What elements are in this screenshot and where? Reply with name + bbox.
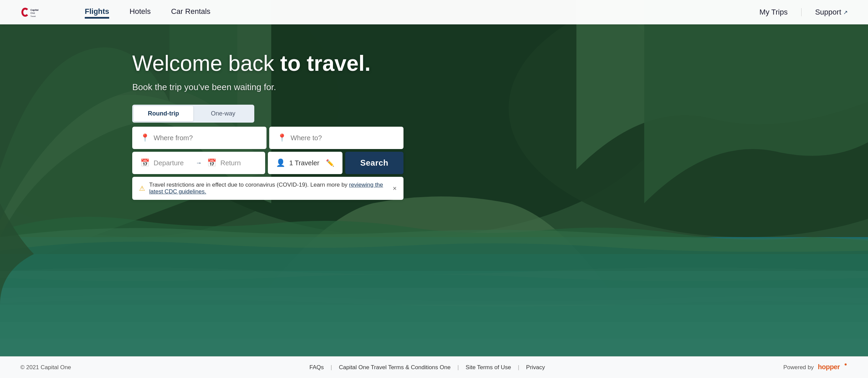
warning-icon: ⚠: [139, 184, 145, 192]
terms-conditions-link[interactable]: Capital One Travel Terms & Conditions On…: [339, 364, 450, 371]
alert-text: Travel restrictions are in effect due to…: [149, 182, 389, 195]
footer: © 2021 Capital One FAQs | Capital One Tr…: [0, 356, 868, 378]
traveler-count: 1 Traveler: [289, 159, 322, 167]
footer-divider-1: |: [331, 364, 332, 371]
where-to-input[interactable]: [291, 134, 395, 142]
main-content: Welcome back to travel. Book the trip yo…: [0, 24, 868, 200]
site-terms-link[interactable]: Site Terms of Use: [466, 364, 511, 371]
alert-banner: ⚠ Travel restrictions are in effect due …: [132, 177, 403, 200]
departure-placeholder: Departure: [154, 159, 190, 167]
logo[interactable]: Capital One Travel: [20, 5, 58, 19]
svg-text:One: One: [31, 12, 35, 15]
hopper-logo: hopper: [817, 362, 848, 373]
nav-item-car-rentals[interactable]: Car Rentals: [171, 7, 210, 17]
svg-text:hopper: hopper: [818, 363, 840, 371]
hero-title: Welcome back to travel.: [132, 51, 868, 75]
svg-point-16: [845, 363, 847, 365]
footer-copyright: © 2021 Capital One: [20, 364, 71, 371]
location-to-icon: 📍: [277, 133, 287, 142]
departure-field[interactable]: 📅 Departure: [140, 159, 190, 167]
one-way-tab[interactable]: One-way: [193, 106, 253, 121]
trip-tabs: Round-trip One-way: [132, 105, 254, 123]
traveler-group[interactable]: 👤 1 Traveler ✏️: [268, 152, 342, 174]
date-traveler-row: 📅 Departure → 📅 Return 👤 1 Traveler ✏️ S…: [132, 152, 403, 174]
footer-divider-2: |: [457, 364, 459, 371]
footer-divider-3: |: [518, 364, 519, 371]
edit-icon[interactable]: ✏️: [326, 159, 334, 167]
support-link[interactable]: Support ↗: [815, 8, 848, 17]
hero-subtitle: Book the trip you've been waiting for.: [132, 82, 868, 92]
nav-links: Flights Hotels Car Rentals: [85, 7, 211, 17]
external-link-icon: ↗: [843, 9, 848, 16]
search-button[interactable]: Search: [345, 152, 403, 174]
where-from-input[interactable]: [154, 134, 258, 142]
close-alert-button[interactable]: ×: [393, 185, 397, 192]
privacy-link[interactable]: Privacy: [526, 364, 545, 371]
svg-text:Travel: Travel: [31, 15, 36, 17]
faqs-link[interactable]: FAQs: [309, 364, 324, 371]
navbar: Capital One Travel Flights Hotels Car Re…: [0, 0, 868, 24]
search-card: Round-trip One-way 📍 📍 📅 Departure →: [132, 105, 403, 200]
footer-powered-by: Powered by hopper: [783, 362, 848, 373]
return-field[interactable]: 📅 Return: [207, 159, 257, 167]
date-group[interactable]: 📅 Departure → 📅 Return: [132, 152, 265, 174]
round-trip-tab[interactable]: Round-trip: [134, 106, 193, 121]
destination-input-group[interactable]: 📍: [269, 127, 403, 149]
return-placeholder: Return: [220, 159, 257, 167]
navbar-left: Capital One Travel Flights Hotels Car Re…: [20, 5, 211, 19]
my-trips-link[interactable]: My Trips: [760, 8, 788, 17]
arrow-icon: →: [196, 160, 202, 167]
location-from-icon: 📍: [140, 133, 150, 142]
nav-divider: [801, 8, 802, 16]
nav-item-hotels[interactable]: Hotels: [130, 7, 151, 17]
footer-links: FAQs | Capital One Travel Terms & Condit…: [309, 364, 545, 371]
person-icon: 👤: [276, 159, 285, 167]
calendar-departure-icon: 📅: [140, 159, 150, 167]
svg-text:Capital: Capital: [31, 9, 39, 12]
location-row: 📍 📍: [132, 127, 403, 149]
nav-item-flights[interactable]: Flights: [85, 7, 109, 17]
origin-input-group[interactable]: 📍: [132, 127, 267, 149]
navbar-right: My Trips Support ↗: [760, 8, 848, 17]
calendar-return-icon: 📅: [207, 159, 216, 167]
